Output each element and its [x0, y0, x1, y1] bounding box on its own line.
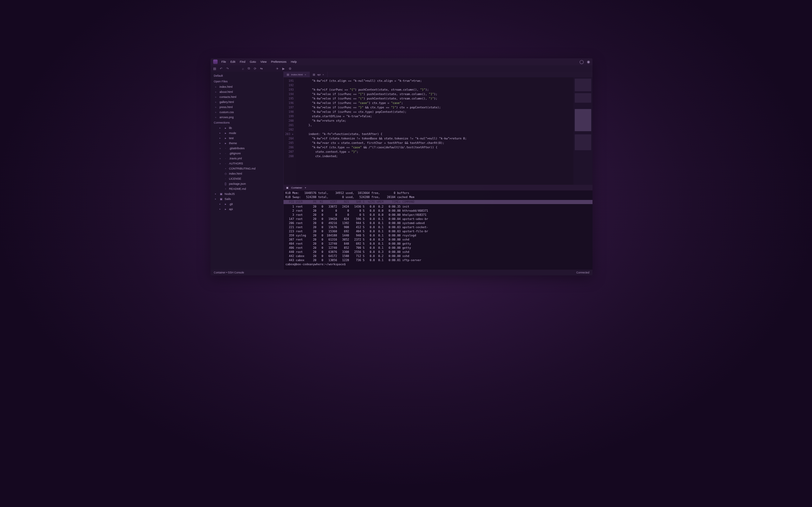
titlebar: File Edit Find Goto View Preferences Hel…: [211, 58, 593, 65]
file-icon: ▤: [313, 73, 315, 76]
chevron-icon: ×: [215, 101, 217, 103]
chevron-icon: ×: [215, 106, 217, 108]
folder-icon: ▸: [224, 203, 227, 206]
file-label: custom.css: [219, 111, 234, 114]
file-label: press.html: [219, 106, 233, 109]
menu-preferences[interactable]: Preferences: [271, 60, 287, 63]
chevron-icon: ×: [215, 96, 217, 98]
tree-item[interactable]: ▫README.md: [211, 186, 283, 191]
sidebar: Default Open Files ×index.html×about.htm…: [211, 72, 284, 270]
tree-item[interactable]: ◇index.html: [211, 171, 283, 176]
tree-item[interactable]: ▸▣NodeJS: [211, 191, 283, 196]
tree-item[interactable]: ▸▸test: [211, 135, 283, 141]
tree-item[interactable]: ▸▸lib: [211, 125, 283, 130]
tree-label: NodeJS: [224, 192, 235, 195]
menu-help[interactable]: Help: [291, 60, 297, 63]
tree-item[interactable]: ×·.gitignore: [211, 151, 283, 156]
menu-edit[interactable]: Edit: [231, 60, 236, 63]
close-icon[interactable]: ×: [305, 73, 306, 76]
tree-label: README.md: [229, 187, 246, 190]
tree-label: theme: [229, 142, 237, 145]
chevron-icon: ▸: [219, 208, 222, 210]
toolbar-run-icon[interactable]: ▶: [282, 67, 285, 70]
tree-label: CONTRIBUTING.md: [229, 167, 256, 170]
md-icon: ▫: [224, 187, 227, 190]
tab-api[interactable]: ▤ api ×: [310, 72, 327, 77]
tree-item[interactable]: ·LICENSE: [211, 176, 283, 181]
tree-item[interactable]: ▸▸mode: [211, 130, 283, 135]
chevron-icon: ▸: [215, 193, 217, 195]
file-label: arrows.png: [219, 116, 234, 119]
code-content[interactable]: "k-kw">if (ctx.align == "k-nul">null) ct…: [296, 77, 573, 185]
tab-label: api: [317, 73, 321, 76]
chevron-icon: ▸: [219, 127, 222, 129]
chevron-icon: ×: [215, 111, 217, 113]
tree-label: mode: [229, 131, 236, 135]
toolbar-redo-icon[interactable]: ↷: [226, 67, 229, 70]
chevron-icon: ×: [215, 86, 217, 88]
menu-view[interactable]: View: [260, 60, 266, 63]
open-file-item[interactable]: ×gallery.html: [211, 100, 283, 105]
tree-label: api: [229, 208, 233, 211]
toolbar-refresh-icon[interactable]: ⟳: [254, 67, 256, 70]
menu-file[interactable]: File: [221, 60, 226, 63]
folder-icon: ▸: [224, 136, 227, 140]
file-icon: ▤: [287, 73, 289, 76]
toolbar-settings-icon[interactable]: ⚙: [289, 67, 292, 70]
toolbar-search-icon[interactable]: ⌕: [242, 67, 244, 70]
statusbar-left[interactable]: Container • SSH Console: [214, 271, 244, 274]
tree-label: .git: [229, 203, 233, 206]
terminal-tabstrip: ▣ Container ▾: [284, 185, 593, 190]
toolbar-sync-icon[interactable]: ⇆: [260, 67, 263, 70]
chevron-icon: ×: [215, 116, 217, 118]
open-file-item[interactable]: ×press.html: [211, 105, 283, 110]
close-icon[interactable]: ×: [322, 73, 324, 76]
toolbar-copy-icon[interactable]: ⧉: [248, 66, 250, 70]
terminal-icon: ▣: [286, 186, 289, 189]
tree-item[interactable]: ▫CONTRIBUTING.md: [211, 166, 283, 171]
app-logo: [213, 60, 217, 64]
open-file-item[interactable]: ×arrows.png: [211, 115, 283, 120]
toolbar-new-icon[interactable]: ▤: [213, 67, 216, 70]
terminal[interactable]: KiB Mem: 1048576 total, 34912 used, 1013…: [284, 190, 593, 270]
tree-item[interactable]: {}package.json: [211, 181, 283, 186]
tree-item[interactable]: ▸▸.git: [211, 202, 283, 207]
folder-icon: ▸: [224, 142, 227, 145]
menu-find[interactable]: Find: [240, 60, 246, 63]
chevron-down-icon[interactable]: ▾: [305, 186, 306, 189]
file-icon: ·: [224, 162, 227, 165]
tree-item[interactable]: ×·.travis.yml: [211, 156, 283, 161]
tree-label: test: [229, 136, 234, 140]
open-file-item[interactable]: ×contacts.html: [211, 95, 283, 100]
code-editor[interactable]: 191 192 193 194 195 196 197 198 199 200 …: [284, 77, 593, 185]
file-label: contacts.html: [219, 95, 236, 99]
json-icon: {}: [224, 182, 227, 185]
open-file-item[interactable]: ×index.html: [211, 84, 283, 89]
file-icon: ·: [224, 157, 227, 160]
tree-item[interactable]: ▸▣Sails: [211, 196, 283, 202]
account-icon[interactable]: ◉: [587, 60, 590, 64]
toolbar-undo-icon[interactable]: ↶: [220, 67, 222, 70]
open-file-item[interactable]: ×custom.css: [211, 110, 283, 115]
file-label: gallery.html: [219, 101, 234, 104]
open-file-item[interactable]: ×about.html: [211, 89, 283, 95]
chevron-icon: ×: [219, 147, 222, 150]
chevron-icon: ×: [219, 153, 222, 155]
chevron-icon: ▸: [219, 142, 222, 145]
tree-item[interactable]: ×·.gitattributes: [211, 146, 283, 151]
notifications-icon[interactable]: ◯: [579, 60, 583, 64]
tree-item[interactable]: ▸▸api: [211, 207, 283, 212]
terminal-tab-label[interactable]: Container: [291, 186, 302, 189]
tab-index-html[interactable]: ▤ index.html ×: [284, 72, 310, 77]
statusbar: Container • SSH Console Connected: [211, 270, 593, 275]
chevron-icon: ×: [219, 158, 222, 160]
minimap[interactable]: [573, 77, 593, 185]
statusbar-right: Connected: [576, 271, 589, 274]
toolbar-deploy-icon[interactable]: ✈: [276, 67, 278, 70]
file-label: index.html: [219, 85, 233, 89]
tree-item[interactable]: ▸▸theme: [211, 141, 283, 146]
main-pane: ▤ index.html × ▤ api × 191 192 193 194 1…: [284, 72, 593, 270]
menu-goto[interactable]: Goto: [250, 60, 256, 63]
tree-item[interactable]: ×·AUTHORS: [211, 161, 283, 166]
sidebar-default-label: Default: [211, 73, 283, 78]
